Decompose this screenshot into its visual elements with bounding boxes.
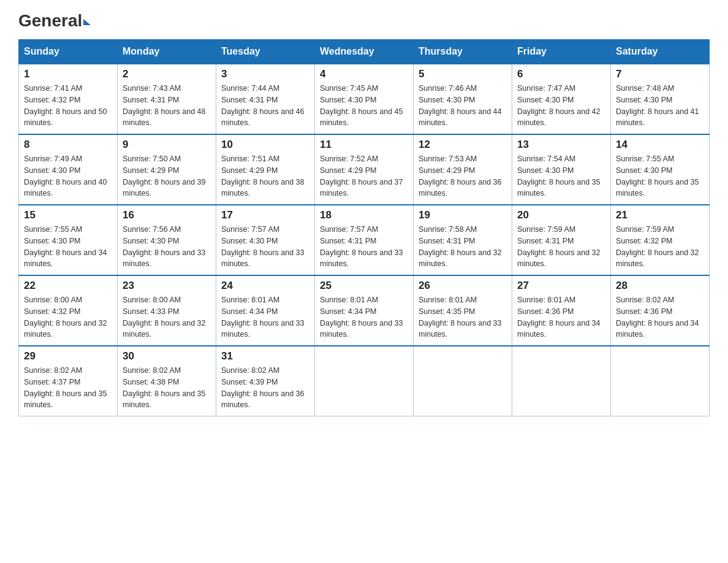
day-info: Sunrise: 8:02 AM Sunset: 4:36 PM Dayligh… bbox=[616, 294, 704, 340]
col-sunday: Sunday bbox=[19, 40, 118, 64]
table-row: 17 Sunrise: 7:57 AM Sunset: 4:30 PM Dayl… bbox=[216, 205, 315, 275]
day-info: Sunrise: 8:01 AM Sunset: 4:35 PM Dayligh… bbox=[419, 294, 507, 340]
day-info: Sunrise: 7:49 AM Sunset: 4:30 PM Dayligh… bbox=[24, 153, 112, 199]
day-number: 5 bbox=[419, 68, 507, 80]
day-number: 9 bbox=[123, 139, 211, 151]
table-row: 3 Sunrise: 7:44 AM Sunset: 4:31 PM Dayli… bbox=[216, 64, 315, 134]
table-row: 2 Sunrise: 7:43 AM Sunset: 4:31 PM Dayli… bbox=[118, 64, 216, 134]
day-number: 15 bbox=[24, 209, 112, 221]
day-number: 2 bbox=[123, 68, 211, 80]
calendar-week-row: 22 Sunrise: 8:00 AM Sunset: 4:32 PM Dayl… bbox=[19, 275, 710, 346]
table-row: 24 Sunrise: 8:01 AM Sunset: 4:34 PM Dayl… bbox=[216, 275, 315, 346]
day-number: 31 bbox=[221, 350, 309, 362]
table-row: 21 Sunrise: 7:59 AM Sunset: 4:32 PM Dayl… bbox=[611, 205, 710, 275]
col-wednesday: Wednesday bbox=[315, 40, 414, 64]
day-info: Sunrise: 7:51 AM Sunset: 4:29 PM Dayligh… bbox=[221, 153, 309, 199]
table-row: 16 Sunrise: 7:56 AM Sunset: 4:30 PM Dayl… bbox=[118, 205, 216, 275]
table-row: 31 Sunrise: 8:02 AM Sunset: 4:39 PM Dayl… bbox=[216, 346, 315, 416]
day-info: Sunrise: 7:59 AM Sunset: 4:31 PM Dayligh… bbox=[517, 224, 605, 270]
day-number: 6 bbox=[517, 68, 605, 80]
calendar-week-row: 1 Sunrise: 7:41 AM Sunset: 4:32 PM Dayli… bbox=[19, 64, 710, 134]
day-info: Sunrise: 7:52 AM Sunset: 4:29 PM Dayligh… bbox=[320, 153, 408, 199]
calendar-body: 1 Sunrise: 7:41 AM Sunset: 4:32 PM Dayli… bbox=[19, 64, 710, 416]
table-row bbox=[611, 346, 710, 416]
day-info: Sunrise: 7:45 AM Sunset: 4:30 PM Dayligh… bbox=[320, 83, 408, 129]
day-info: Sunrise: 7:54 AM Sunset: 4:30 PM Dayligh… bbox=[517, 153, 605, 199]
day-info: Sunrise: 8:02 AM Sunset: 4:39 PM Dayligh… bbox=[221, 365, 309, 411]
day-info: Sunrise: 8:00 AM Sunset: 4:33 PM Dayligh… bbox=[123, 294, 211, 340]
day-number: 11 bbox=[320, 139, 408, 151]
table-row: 13 Sunrise: 7:54 AM Sunset: 4:30 PM Dayl… bbox=[512, 134, 611, 205]
col-tuesday: Tuesday bbox=[216, 40, 315, 64]
day-number: 21 bbox=[616, 209, 704, 221]
day-number: 1 bbox=[24, 68, 112, 80]
day-info: Sunrise: 7:44 AM Sunset: 4:31 PM Dayligh… bbox=[221, 83, 309, 129]
table-row bbox=[512, 346, 611, 416]
day-info: Sunrise: 7:41 AM Sunset: 4:32 PM Dayligh… bbox=[24, 83, 112, 129]
day-number: 4 bbox=[320, 68, 408, 80]
day-info: Sunrise: 7:56 AM Sunset: 4:30 PM Dayligh… bbox=[123, 224, 211, 270]
table-row bbox=[315, 346, 414, 416]
table-row: 19 Sunrise: 7:58 AM Sunset: 4:31 PM Dayl… bbox=[414, 205, 512, 275]
table-row: 10 Sunrise: 7:51 AM Sunset: 4:29 PM Dayl… bbox=[216, 134, 315, 205]
page-header: General bbox=[18, 12, 710, 29]
day-info: Sunrise: 8:01 AM Sunset: 4:36 PM Dayligh… bbox=[517, 294, 605, 340]
day-number: 19 bbox=[419, 209, 507, 221]
day-number: 12 bbox=[419, 139, 507, 151]
day-number: 18 bbox=[320, 209, 408, 221]
day-number: 24 bbox=[221, 280, 309, 292]
day-number: 14 bbox=[616, 139, 704, 151]
day-number: 13 bbox=[517, 139, 605, 151]
day-info: Sunrise: 8:00 AM Sunset: 4:32 PM Dayligh… bbox=[24, 294, 112, 340]
day-info: Sunrise: 7:59 AM Sunset: 4:32 PM Dayligh… bbox=[616, 224, 704, 270]
logo: General bbox=[18, 12, 91, 29]
table-row: 1 Sunrise: 7:41 AM Sunset: 4:32 PM Dayli… bbox=[19, 64, 118, 134]
day-number: 20 bbox=[517, 209, 605, 221]
table-row: 23 Sunrise: 8:00 AM Sunset: 4:33 PM Dayl… bbox=[118, 275, 216, 346]
col-saturday: Saturday bbox=[611, 40, 710, 64]
day-number: 28 bbox=[616, 280, 704, 292]
table-row: 25 Sunrise: 8:01 AM Sunset: 4:34 PM Dayl… bbox=[315, 275, 414, 346]
col-monday: Monday bbox=[118, 40, 216, 64]
col-friday: Friday bbox=[512, 40, 611, 64]
day-number: 7 bbox=[616, 68, 704, 80]
calendar-table: Sunday Monday Tuesday Wednesday Thursday… bbox=[18, 39, 710, 416]
table-row: 15 Sunrise: 7:55 AM Sunset: 4:30 PM Dayl… bbox=[19, 205, 118, 275]
day-info: Sunrise: 8:01 AM Sunset: 4:34 PM Dayligh… bbox=[221, 294, 309, 340]
table-row: 22 Sunrise: 8:00 AM Sunset: 4:32 PM Dayl… bbox=[19, 275, 118, 346]
calendar-header-row: Sunday Monday Tuesday Wednesday Thursday… bbox=[19, 40, 710, 64]
day-number: 30 bbox=[123, 350, 211, 362]
table-row: 18 Sunrise: 7:57 AM Sunset: 4:31 PM Dayl… bbox=[315, 205, 414, 275]
day-number: 26 bbox=[419, 280, 507, 292]
day-number: 10 bbox=[221, 139, 309, 151]
day-info: Sunrise: 7:57 AM Sunset: 4:30 PM Dayligh… bbox=[221, 224, 309, 270]
table-row: 8 Sunrise: 7:49 AM Sunset: 4:30 PM Dayli… bbox=[19, 134, 118, 205]
table-row bbox=[414, 346, 512, 416]
day-number: 27 bbox=[517, 280, 605, 292]
day-info: Sunrise: 7:50 AM Sunset: 4:29 PM Dayligh… bbox=[123, 153, 211, 199]
day-number: 25 bbox=[320, 280, 408, 292]
day-number: 17 bbox=[221, 209, 309, 221]
table-row: 29 Sunrise: 8:02 AM Sunset: 4:37 PM Dayl… bbox=[19, 346, 118, 416]
table-row: 4 Sunrise: 7:45 AM Sunset: 4:30 PM Dayli… bbox=[315, 64, 414, 134]
day-info: Sunrise: 8:02 AM Sunset: 4:37 PM Dayligh… bbox=[24, 365, 112, 411]
table-row: 5 Sunrise: 7:46 AM Sunset: 4:30 PM Dayli… bbox=[414, 64, 512, 134]
day-info: Sunrise: 7:55 AM Sunset: 4:30 PM Dayligh… bbox=[24, 224, 112, 270]
table-row: 26 Sunrise: 8:01 AM Sunset: 4:35 PM Dayl… bbox=[414, 275, 512, 346]
table-row: 9 Sunrise: 7:50 AM Sunset: 4:29 PM Dayli… bbox=[118, 134, 216, 205]
col-thursday: Thursday bbox=[414, 40, 512, 64]
table-row: 28 Sunrise: 8:02 AM Sunset: 4:36 PM Dayl… bbox=[611, 275, 710, 346]
table-row: 27 Sunrise: 8:01 AM Sunset: 4:36 PM Dayl… bbox=[512, 275, 611, 346]
table-row: 14 Sunrise: 7:55 AM Sunset: 4:30 PM Dayl… bbox=[611, 134, 710, 205]
calendar-week-row: 8 Sunrise: 7:49 AM Sunset: 4:30 PM Dayli… bbox=[19, 134, 710, 205]
day-info: Sunrise: 7:47 AM Sunset: 4:30 PM Dayligh… bbox=[517, 83, 605, 129]
day-info: Sunrise: 7:43 AM Sunset: 4:31 PM Dayligh… bbox=[123, 83, 211, 129]
day-number: 8 bbox=[24, 139, 112, 151]
day-number: 3 bbox=[221, 68, 309, 80]
day-info: Sunrise: 8:01 AM Sunset: 4:34 PM Dayligh… bbox=[320, 294, 408, 340]
logo-line1: General bbox=[18, 12, 91, 29]
day-info: Sunrise: 8:02 AM Sunset: 4:38 PM Dayligh… bbox=[123, 365, 211, 411]
table-row: 6 Sunrise: 7:47 AM Sunset: 4:30 PM Dayli… bbox=[512, 64, 611, 134]
day-number: 23 bbox=[123, 280, 211, 292]
table-row: 30 Sunrise: 8:02 AM Sunset: 4:38 PM Dayl… bbox=[118, 346, 216, 416]
